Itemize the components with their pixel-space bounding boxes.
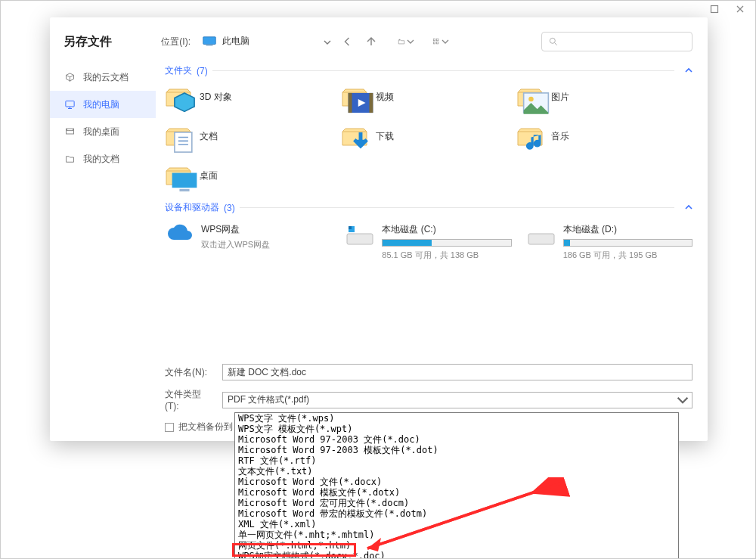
videos-icon	[341, 85, 368, 109]
device-name: WPS网盘	[201, 223, 330, 236]
svg-rect-0	[711, 6, 718, 13]
3d-objects-icon	[165, 85, 192, 109]
device-sub: 186 GB 可用，共 195 GB	[563, 250, 692, 261]
svg-rect-5	[433, 39, 435, 41]
collapse-up-icon[interactable]	[679, 67, 692, 76]
svg-rect-7	[433, 42, 435, 44]
new-folder-button[interactable]	[398, 33, 414, 50]
folder-pictures[interactable]: 图片	[516, 83, 692, 110]
sidebar-item-label: 我的桌面	[83, 126, 119, 138]
folder-downloads[interactable]: 下载	[341, 123, 517, 150]
filetype-option[interactable]: WPS加密文档格式(*.docx;*.doc)	[235, 551, 678, 559]
folder-name: 视频	[376, 91, 394, 104]
filetype-option[interactable]: WPS文字 模板文件(*.wpt)	[235, 424, 678, 434]
wps-cloud-icon	[165, 223, 194, 249]
location-name: 此电脑	[222, 35, 318, 48]
section-devices-count: (3)	[224, 203, 235, 213]
device-name: 本地磁盘 (C:)	[382, 223, 511, 236]
svg-rect-21	[528, 234, 554, 244]
folder-music[interactable]: 音乐	[516, 123, 692, 150]
section-folders-title: 文件夹	[165, 64, 192, 77]
device-local-disk-c[interactable]: 本地磁盘 (C:) 85.1 GB 可用，共 138 GB	[345, 223, 511, 261]
filetype-option[interactable]: Microsoft Word 97-2003 文件(*.doc)	[235, 434, 678, 445]
filename-input[interactable]	[222, 364, 692, 380]
document-folder-icon	[64, 153, 76, 165]
pictures-icon	[516, 85, 544, 109]
filename-row: 文件名(N):	[165, 364, 692, 380]
maximize-icon[interactable]	[710, 5, 719, 14]
location-label: 位置(I):	[156, 36, 195, 48]
sidebar-item-label: 我的文档	[83, 153, 119, 166]
save-as-dialog: 另存文件 我的云文档 我的电脑 我的桌面	[50, 17, 708, 441]
filetype-option[interactable]: 网页文件(*.html;*.htm)	[235, 540, 678, 551]
pc-icon	[203, 36, 216, 47]
backup-checkbox[interactable]	[165, 423, 174, 432]
downloads-icon	[341, 124, 368, 148]
folder-name: 文档	[200, 130, 218, 143]
device-sub: 双击进入WPS网盘	[201, 239, 330, 250]
nav-up-button[interactable]	[363, 33, 380, 50]
device-sub: 85.1 GB 可用，共 138 GB	[382, 250, 511, 261]
filetype-option[interactable]: Microsoft Word 宏可用文件(*.docm)	[235, 498, 678, 508]
svg-rect-3	[203, 36, 216, 44]
filetype-option[interactable]: Microsoft Word 模板文件(*.dotx)	[235, 487, 678, 498]
svg-rect-2	[66, 129, 73, 134]
svg-rect-12	[369, 93, 373, 113]
svg-rect-16	[172, 173, 197, 188]
svg-rect-6	[436, 39, 438, 41]
filetype-dropdown[interactable]: WPS文字 文件(*.wps)WPS文字 模板文件(*.wpt)Microsof…	[234, 412, 679, 559]
folder-name: 音乐	[551, 130, 569, 143]
svg-rect-20	[349, 226, 352, 229]
sidebar-item-my-desktop[interactable]: 我的桌面	[50, 118, 156, 145]
close-icon[interactable]	[736, 5, 745, 14]
nav-back-button[interactable]	[339, 33, 355, 50]
underlying-titlebar	[1, 1, 755, 17]
sidebar-item-my-documents[interactable]: 我的文档	[50, 145, 156, 172]
filetype-option[interactable]: Microsoft Word 97-2003 模板文件(*.dot)	[235, 445, 678, 455]
sidebar-item-cloud-docs[interactable]: 我的云文档	[50, 64, 156, 91]
filetype-option[interactable]: WPS文字 文件(*.wps)	[235, 413, 678, 424]
filetype-option[interactable]: 文本文件(*.txt)	[235, 466, 678, 477]
device-wps-netdisk[interactable]: WPS网盘 双击进入WPS网盘	[165, 223, 330, 261]
filetype-option[interactable]: Microsoft Word 带宏的模板文件(*.dotm)	[235, 508, 678, 519]
disk-usage-bar	[382, 239, 511, 247]
filetype-option[interactable]: Microsoft Word 文件(*.docx)	[235, 477, 678, 487]
search-input[interactable]	[541, 32, 692, 51]
folder-documents[interactable]: 文档	[165, 123, 341, 150]
svg-rect-18	[347, 234, 373, 244]
section-devices-header[interactable]: 设备和驱动器 (3)	[165, 198, 692, 220]
music-icon	[516, 124, 544, 148]
location-combo[interactable]: 此电脑	[203, 33, 331, 51]
folder-videos[interactable]: 视频	[341, 83, 517, 110]
disk-usage-bar	[563, 239, 692, 247]
device-local-disk-d[interactable]: 本地磁盘 (D:) 186 GB 可用，共 195 GB	[527, 223, 692, 261]
filetype-value: PDF 文件格式(*.pdf)	[228, 393, 309, 406]
svg-point-9	[550, 38, 555, 43]
folder-3d-objects[interactable]: 3D 对象	[165, 83, 341, 110]
svg-rect-17	[179, 189, 189, 191]
filetype-option[interactable]: RTF 文件(*.rtf)	[235, 455, 678, 466]
svg-rect-1	[65, 101, 73, 107]
filetype-option[interactable]: 单一网页文件(*.mht;*.mhtml)	[235, 529, 678, 540]
collapse-up-icon[interactable]	[679, 203, 692, 213]
folder-name: 3D 对象	[200, 91, 232, 104]
desktop-frame-icon	[64, 126, 76, 138]
filetype-combo[interactable]: PDF 文件格式(*.pdf)	[222, 392, 692, 408]
svg-rect-4	[206, 45, 213, 46]
svg-point-14	[529, 97, 534, 102]
filetype-row: 文件类型(T): PDF 文件格式(*.pdf)	[165, 388, 692, 411]
divider	[212, 70, 674, 71]
folder-name: 下载	[376, 130, 394, 143]
filetype-option[interactable]: XML 文件(*.xml)	[235, 519, 678, 529]
view-mode-button[interactable]	[432, 33, 449, 50]
local-disk-icon	[527, 223, 556, 249]
folder-desktop[interactable]: 桌面	[165, 162, 341, 189]
dialog-sidebar: 另存文件 我的云文档 我的电脑 我的桌面	[50, 17, 156, 441]
section-folders-header[interactable]: 文件夹 (7)	[165, 61, 692, 83]
svg-rect-8	[436, 42, 438, 44]
chevron-down-icon	[677, 394, 689, 406]
monitor-icon	[64, 98, 76, 110]
desktop-folder-icon	[165, 163, 192, 188]
device-name: 本地磁盘 (D:)	[563, 223, 692, 236]
sidebar-item-my-pc[interactable]: 我的电脑	[50, 91, 156, 118]
